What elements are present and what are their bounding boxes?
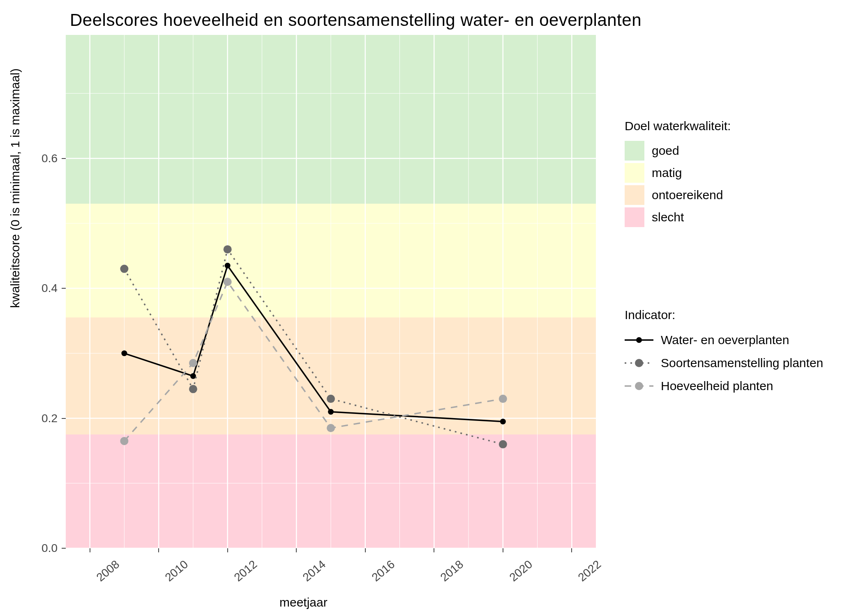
x-tick-label: 2020	[507, 558, 535, 584]
svg-point-26	[635, 359, 643, 367]
chart-container: Deelscores hoeveelheid en soortensamenst…	[0, 0, 863, 616]
x-tick-label: 2014	[300, 558, 328, 584]
legend-band-row: slecht	[625, 207, 731, 228]
data-point	[327, 424, 335, 432]
data-series	[66, 35, 596, 548]
data-point	[120, 437, 128, 445]
legend-label: Soortensamenstelling planten	[661, 356, 823, 370]
svg-point-24	[636, 337, 642, 343]
legend-series: Indicator: Water- en oeverplantenSoorten…	[625, 308, 823, 398]
legend-bands-title: Doel waterkwaliteit:	[625, 119, 731, 133]
svg-point-28	[635, 382, 643, 390]
y-axis-label: kwaliteitscore (0 is minimaal, 1 is maxi…	[8, 69, 22, 308]
legend-label: goed	[652, 144, 679, 158]
data-point	[328, 409, 334, 415]
legend-series-title: Indicator:	[625, 308, 823, 322]
legend-label: Hoeveelheid planten	[661, 379, 773, 393]
x-axis-label: meetjaar	[279, 595, 328, 609]
legend-bands: Doel waterkwaliteit: goedmatigontoereike…	[625, 119, 731, 229]
y-tick-label: 0.2	[16, 412, 58, 425]
y-tick-label: 0.6	[16, 152, 58, 165]
data-point	[327, 395, 335, 403]
data-point	[121, 350, 127, 356]
series-line	[124, 266, 503, 422]
x-tick-label: 2018	[438, 558, 466, 584]
legend-swatch	[625, 207, 644, 227]
legend-swatch	[625, 185, 644, 205]
legend-label: Water- en oeverplanten	[661, 333, 789, 347]
data-point	[499, 440, 507, 448]
data-point	[224, 278, 232, 286]
legend-sample	[625, 379, 653, 393]
legend-band-row: goed	[625, 140, 731, 161]
x-tick-label: 2010	[163, 558, 191, 584]
data-point	[224, 245, 232, 253]
y-tick-label: 0.4	[16, 282, 58, 295]
data-point	[225, 263, 231, 269]
x-tick-label: 2022	[576, 558, 604, 584]
x-tick-label: 2008	[94, 558, 122, 584]
series-line	[124, 282, 503, 441]
legend-band-row: matig	[625, 163, 731, 183]
x-tick-label: 2012	[231, 558, 259, 584]
data-point	[189, 359, 197, 367]
legend-swatch	[625, 141, 644, 161]
data-point	[120, 265, 128, 273]
legend-swatch	[625, 163, 644, 183]
legend-series-row: Hoeveelheid planten	[625, 375, 823, 397]
legend-label: matig	[652, 166, 682, 180]
plot-area	[66, 35, 596, 548]
series-line	[124, 249, 503, 444]
legend-series-row: Soortensamenstelling planten	[625, 352, 823, 374]
y-tick-label: 0.0	[16, 542, 58, 555]
legend-label: ontoereikend	[652, 188, 723, 202]
chart-title: Deelscores hoeveelheid en soortensamenst…	[70, 10, 641, 30]
legend-sample	[625, 333, 653, 347]
data-point	[500, 418, 506, 424]
legend-sample	[625, 356, 653, 370]
data-point	[189, 385, 197, 393]
legend-band-row: ontoereikend	[625, 185, 731, 205]
data-point	[499, 395, 507, 403]
legend-series-row: Water- en oeverplanten	[625, 329, 823, 351]
legend-label: slecht	[652, 210, 684, 224]
x-tick-label: 2016	[369, 558, 397, 584]
